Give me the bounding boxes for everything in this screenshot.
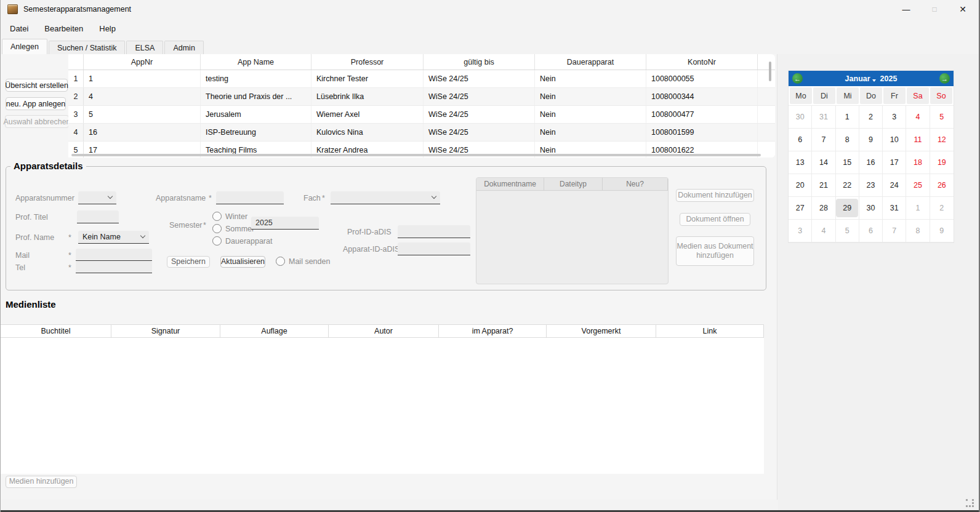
horizontal-scrollbar[interactable] [71,154,761,156]
calendar-month[interactable]: Januar [845,74,870,83]
column-header-kontonr[interactable]: KontoNr [646,54,758,70]
apparatsname-input[interactable] [216,191,284,204]
mail-senden-checkbox[interactable] [276,257,285,266]
calendar-day[interactable]: 9 [930,220,954,242]
tab-anlegen[interactable]: Anlegen [2,39,47,54]
calendar-day[interactable]: 6 [859,220,883,242]
close-icon[interactable]: ✕ [949,0,977,18]
column-header-dauerapparat[interactable]: Dauerapparat [535,54,646,70]
calendar-day[interactable]: 15 [836,151,859,174]
neu-app-anlegen-button[interactable]: neu. App anlegen [6,97,66,110]
calendar-day[interactable]: 12 [930,129,954,151]
menu-item-bearbeiten[interactable]: Bearbeiten [44,22,83,35]
prof-id-adis-input[interactable] [398,225,470,238]
calendar-day[interactable]: 27 [789,197,812,220]
calendar-day[interactable]: 30 [859,197,883,220]
column-header-im-apparat[interactable]: im Apparat? [439,325,547,337]
calendar-day[interactable]: 22 [836,174,859,197]
menu-item-help[interactable]: Help [99,22,116,35]
calendar-day[interactable]: 2 [930,197,954,220]
calendar-day[interactable]: 8 [906,220,930,242]
tel-input[interactable] [76,261,152,273]
calendar-day[interactable]: 13 [789,151,812,174]
calendar-day[interactable]: 4 [812,220,835,242]
calendar-day[interactable]: 16 [859,151,883,174]
calendar-day[interactable]: 29 [836,197,859,220]
calendar-day[interactable]: 2 [859,106,883,129]
prof-titel-input[interactable] [77,210,119,223]
dokument-oeffnen-button[interactable]: Dokument öffnen [680,213,750,226]
medien-aus-dokument-hinzufuegen-button[interactable]: Medien aus Dokument hinzufügen [676,236,754,266]
column-header-appnr[interactable]: AppNr [84,54,201,70]
calendar-day[interactable]: 7 [883,220,906,242]
calendar-day[interactable]: 5 [930,106,954,129]
calendar-next-icon[interactable]: → [939,73,950,84]
winter-radio[interactable] [212,212,222,221]
table-row[interactable]: 416ISP-BetreuungKulovics NinaWiSe 24/25N… [68,124,775,142]
minimize-icon[interactable]: — [892,0,920,18]
semester-year-input[interactable]: 2025 [251,217,319,230]
uebersicht-erstellen-button[interactable]: Übersicht erstellen [6,79,68,92]
calendar-day[interactable]: 3 [789,220,812,242]
calendar-day[interactable]: 8 [836,129,859,151]
calendar-day[interactable]: 7 [812,129,835,151]
column-header-dokumentname[interactable]: Dokumentname [476,178,544,190]
calendar-day[interactable]: 26 [930,174,954,197]
calendar-year[interactable]: 2025 [880,74,898,83]
column-header-autor[interactable]: Autor [329,325,439,337]
resize-grip-icon[interactable] [966,499,974,508]
calendar-day[interactable]: 10 [883,129,906,151]
menu-item-datei[interactable]: Datei [10,22,28,35]
calendar-day[interactable]: 4 [906,106,930,129]
column-header-vorgemerkt[interactable]: Vorgemerkt [547,325,656,337]
sommer-radio[interactable] [212,224,222,233]
calendar-day[interactable]: 24 [883,174,906,197]
tab-suchen-statistik[interactable]: Suchen / Statistik [49,41,126,54]
aktualisieren-button[interactable]: Aktualisieren [220,256,265,268]
calendar-prev-icon[interactable]: ← [792,73,803,84]
dauerapparat-radio[interactable] [212,236,222,246]
column-header-buchtitel[interactable]: Buchtitel [1,325,111,337]
apparat-id-adis-input[interactable] [398,242,470,255]
calendar-day[interactable]: 23 [859,174,883,197]
calendar-day[interactable]: 31 [812,106,835,129]
calendar-day[interactable]: 3 [883,106,906,129]
calendar-title[interactable]: Januar 2025 [845,74,898,83]
column-header-signatur[interactable]: Signatur [111,325,220,337]
column-header-gueltig-bis[interactable]: gültig bis [424,54,535,70]
column-header-professor[interactable]: Professor [311,54,424,70]
apparatsnummer-dropdown[interactable] [78,191,116,204]
column-header-neu[interactable]: Neu? [603,178,668,190]
column-header-auflage[interactable]: Auflage [220,325,329,337]
maximize-icon[interactable]: □ [920,0,949,18]
tab-admin[interactable]: Admin [164,41,203,54]
calendar-day[interactable]: 11 [906,129,930,151]
mail-input[interactable] [76,249,152,261]
calendar-day[interactable]: 20 [789,174,812,197]
column-header-appname[interactable]: App Name [201,54,311,70]
dokument-hinzufuegen-button[interactable]: Dokument hinzufügen [676,189,754,202]
table-row[interactable]: 35JerusalemWiemer AxelWiSe 24/25Nein1008… [68,106,775,124]
calendar-day[interactable]: 21 [812,174,835,197]
table-row[interactable]: 11testingKirchner TesterWiSe 24/25Nein10… [68,70,775,88]
calendar-day[interactable]: 6 [789,129,812,151]
table-row[interactable]: 24Theorie und Praxis der ...Lüsebrink Il… [68,88,775,106]
calendar-day[interactable]: 14 [812,151,835,174]
calendar-day[interactable]: 28 [812,197,835,220]
vertical-scrollbar[interactable] [769,62,771,81]
calendar-day[interactable]: 17 [883,151,906,174]
column-header-link[interactable]: Link [656,325,764,337]
tab-elsa[interactable]: ELSA [126,41,163,54]
calendar-day[interactable]: 9 [859,129,883,151]
calendar-day[interactable]: 25 [906,174,930,197]
calendar-day[interactable]: 18 [906,151,930,174]
calendar-day[interactable]: 19 [930,151,954,174]
prof-name-dropdown[interactable]: Kein Name [78,231,149,244]
calendar-day[interactable]: 31 [883,197,906,220]
calendar-day[interactable]: 1 [836,106,859,129]
fach-dropdown[interactable] [331,191,440,204]
calendar-day[interactable]: 5 [836,220,859,242]
speichern-button[interactable]: Speichern [167,256,210,268]
calendar-day[interactable]: 30 [789,106,812,129]
calendar-day[interactable]: 1 [906,197,930,220]
